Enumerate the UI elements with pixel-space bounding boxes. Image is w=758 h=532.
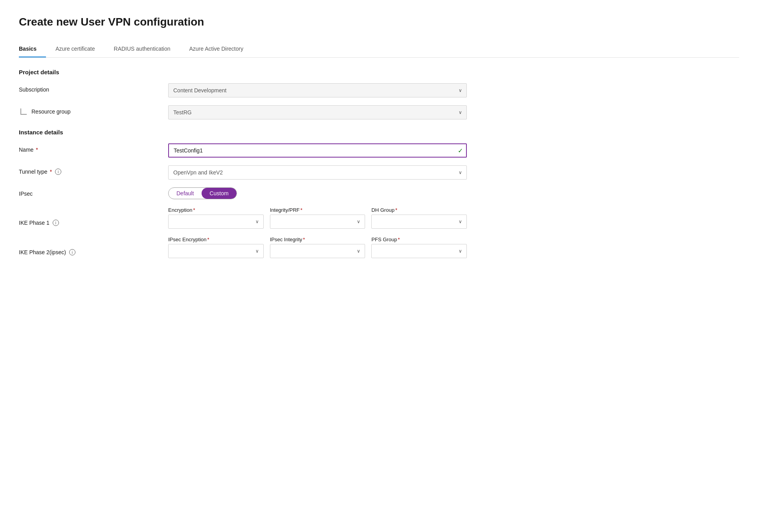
subscription-select-wrapper: Content Development ∨ [168,83,467,97]
tunnel-type-label: Tunnel type * i [19,165,168,175]
tunnel-type-info-icon[interactable]: i [55,169,61,175]
name-label: Name * [19,143,168,153]
ike-phase1-dh-select[interactable] [371,215,467,229]
tab-azure-active-directory[interactable]: Azure Active Directory [189,41,253,57]
subscription-select[interactable]: Content Development [168,83,467,97]
tunnel-type-required-indicator: * [50,169,52,175]
ike-phase1-info-icon[interactable]: i [53,220,59,226]
ipsec-default-button[interactable]: Default [169,188,202,199]
ike-phase2-pfs-group: PFS Group * ∨ [371,237,467,258]
tab-bar: Basics Azure certificate RADIUS authenti… [19,41,739,58]
ipsec-control: Default Custom [168,187,467,199]
ike-phase2-label: IKE Phase 2(ipsec) i [19,237,168,255]
ike-phase1-encryption-required: * [193,207,195,213]
ike-phase1-integrity-group: Integrity/PRF * ∨ [270,207,365,229]
ike-phase2-encryption-required: * [207,237,209,242]
ike-phase1-encryption-group: Encryption * ∨ [168,207,264,229]
ike-phase2-encryption-label: IPsec Encryption * [168,237,264,242]
ike-phase2-pfs-select[interactable] [371,244,467,258]
ike-phase2-encryption-select[interactable] [168,244,264,258]
tunnel-type-control: OpenVpn and IkeV2OpenVpnIkeV2 ∨ [168,165,467,180]
name-control: ✓ [168,143,467,158]
ike-phase2-info-icon[interactable]: i [69,249,75,255]
tunnel-type-row: Tunnel type * i OpenVpn and IkeV2OpenVpn… [19,165,739,180]
subscription-row: Subscription Content Development ∨ [19,83,739,97]
ike-phase2-pfs-required: * [398,237,400,242]
ike-phase1-encryption-select-wrapper: ∨ [168,215,264,229]
ike-phase1-fields: Encryption * ∨ Integrity/PRF * [168,207,467,229]
ike-phase2-fields: IPsec Encryption * ∨ IPsec Integrity * [168,237,467,258]
name-check-icon: ✓ [458,147,463,154]
ike-phase1-dh-required: * [395,207,397,213]
resource-group-select[interactable]: TestRG [168,105,467,119]
ipsec-custom-button[interactable]: Custom [202,188,236,199]
ike-phase1-encryption-label: Encryption * [168,207,264,213]
ipsec-row: IPsec Default Custom [19,187,739,199]
ike-phase1-dh-group: DH Group * ∨ [371,207,467,229]
resource-group-select-wrapper: TestRG ∨ [168,105,467,119]
tunnel-type-select[interactable]: OpenVpn and IkeV2OpenVpnIkeV2 [168,165,467,180]
resource-group-indent: Resource group [19,105,168,115]
ipsec-label: IPsec [19,187,168,197]
name-input[interactable] [168,143,467,158]
ike-phase1-label: IKE Phase 1 i [19,207,168,226]
project-details-section: Project details Subscription Content Dev… [19,69,739,119]
ike-phase1-encryption-select[interactable] [168,215,264,229]
resource-group-control: TestRG ∨ [168,105,467,119]
tree-line-icon [19,108,28,115]
ike-phase1-integrity-label: Integrity/PRF * [270,207,365,213]
ike-phase2-pfs-label: PFS Group * [371,237,467,242]
ike-phase2-integrity-select-wrapper: ∨ [270,244,365,258]
ike-phase2-integrity-group: IPsec Integrity * ∨ [270,237,365,258]
ike-phase2-row: IKE Phase 2(ipsec) i IPsec Encryption * … [19,237,739,258]
ike-phase2-encryption-select-wrapper: ∨ [168,244,264,258]
subscription-label: Subscription [19,83,168,93]
instance-details-section: Instance details Name * ✓ Tunnel type * … [19,129,739,258]
subscription-control: Content Development ∨ [168,83,467,97]
ike-phase2-integrity-required: * [303,237,305,242]
ike-phase1-dh-label: DH Group * [371,207,467,213]
tab-azure-certificate[interactable]: Azure certificate [55,41,104,57]
ipsec-toggle-group: Default Custom [168,187,237,199]
resource-group-label: Resource group [31,108,71,115]
ike-phase1-integrity-select-wrapper: ∨ [270,215,365,229]
tunnel-type-select-wrapper: OpenVpn and IkeV2OpenVpnIkeV2 ∨ [168,165,467,180]
name-row: Name * ✓ [19,143,739,158]
ike-phase2-integrity-select[interactable] [270,244,365,258]
ike-phase1-row: IKE Phase 1 i Encryption * ∨ Integrity/P… [19,207,739,229]
ike-phase2-integrity-label: IPsec Integrity * [270,237,365,242]
name-input-wrapper: ✓ [168,143,467,158]
tab-basics[interactable]: Basics [19,41,46,57]
tab-radius-authentication[interactable]: RADIUS authentication [114,41,180,57]
resource-group-row: Resource group TestRG ∨ [19,105,739,119]
ike-phase1-dh-select-wrapper: ∨ [371,215,467,229]
page-title: Create new User VPN configuration [19,16,739,28]
name-required-indicator: * [36,147,38,153]
project-details-title: Project details [19,69,739,75]
instance-details-title: Instance details [19,129,739,136]
ike-phase1-integrity-required: * [301,207,303,213]
ike-phase2-pfs-select-wrapper: ∨ [371,244,467,258]
ike-phase2-encryption-group: IPsec Encryption * ∨ [168,237,264,258]
ike-phase1-integrity-select[interactable] [270,215,365,229]
